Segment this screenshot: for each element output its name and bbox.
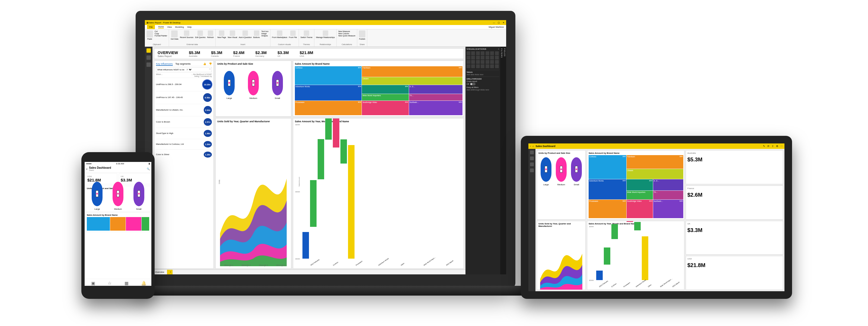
ki-row[interactable]: Color is Brown 2.57x bbox=[156, 116, 212, 128]
violin-series[interactable]: Small bbox=[271, 71, 284, 100]
violin-series[interactable]: Large bbox=[539, 157, 553, 186]
ribbon-tab-modeling[interactable]: Modeling bbox=[175, 26, 184, 28]
waterfall-visual[interactable]: Sales Amount by Year, Month and Brand Na… bbox=[293, 118, 464, 269]
viz-type-icon[interactable] bbox=[486, 60, 489, 64]
treemap-cell[interactable]: $5M bbox=[362, 85, 408, 94]
ask-question-button[interactable]: Ask A Question bbox=[239, 30, 251, 38]
nav-apps-icon[interactable]: ▦ bbox=[124, 281, 128, 284]
nav-home-icon[interactable]: ▣ bbox=[91, 281, 95, 284]
treemap-cell[interactable]: Northwin…$2M bbox=[653, 200, 683, 218]
ki-row[interactable]: UnitPrice is 197.45 - 199.45 6.58x bbox=[156, 91, 212, 104]
nav-alerts-icon[interactable]: 🔔 bbox=[141, 281, 145, 284]
viz-type-icon[interactable] bbox=[486, 51, 489, 55]
ki-value-select[interactable]: 7 bbox=[186, 68, 192, 71]
new-measure-button[interactable]: New Measure bbox=[338, 30, 350, 32]
paste-button[interactable]: Paste bbox=[147, 30, 153, 40]
search-icon[interactable]: 🔍 bbox=[147, 168, 150, 170]
viz-type-icon[interactable] bbox=[480, 56, 485, 59]
share-icon[interactable]: ⇪ bbox=[772, 145, 774, 147]
treemap-cell[interactable]: Proseware$6M bbox=[295, 101, 362, 115]
treemap-cell[interactable]: Fabrikam$8M bbox=[362, 66, 463, 77]
rail-report-icon[interactable] bbox=[147, 48, 151, 53]
recent-sources-button[interactable]: Recent Sources bbox=[180, 30, 193, 38]
ki-row[interactable]: Manufacturer is Contoso, Ltd 1.34x bbox=[156, 139, 212, 150]
kpi-uk[interactable]: $3.3MUK bbox=[278, 50, 289, 57]
manage-relationships-button[interactable]: Manage Relationships bbox=[316, 30, 335, 38]
treemap-cell[interactable]: Adventure Works$5M bbox=[589, 179, 626, 199]
treemap-cell[interactable]: Southridge Video$4M bbox=[362, 101, 408, 115]
fields-pane-collapsed[interactable]: FIELDS bbox=[503, 47, 506, 274]
stream-visual[interactable]: Units Sold by Year, Quarter and Manufact… bbox=[215, 118, 291, 269]
ki-row[interactable]: Color is Silver 1.29x bbox=[156, 150, 212, 160]
get-data-button[interactable]: Get Data bbox=[170, 30, 178, 40]
maximize-button[interactable]: ▢ bbox=[498, 22, 500, 24]
tab-treemap-card[interactable]: Sales Amount by Brand Name Contoso$9MFab… bbox=[587, 150, 684, 219]
ribbon-tab-view[interactable]: View bbox=[167, 26, 172, 28]
violin-series[interactable]: Medium bbox=[111, 182, 125, 210]
drill-placeholder[interactable]: Add drillthrough fields here bbox=[467, 89, 499, 91]
viz-type-icon[interactable] bbox=[495, 51, 499, 55]
from-marketplace-button[interactable]: From Marketplace bbox=[272, 30, 287, 38]
viz-type-icon[interactable] bbox=[480, 51, 485, 55]
kpi-australia[interactable]: $5.3MAustralia bbox=[189, 50, 200, 57]
treemap-visual[interactable]: Sales Amount by Brand Name Contoso$9MFab… bbox=[293, 61, 464, 116]
treemap-cell[interactable]: $5M bbox=[627, 179, 653, 190]
chevron-down-icon[interactable]: ˅ bbox=[209, 69, 211, 71]
viz-type-icon[interactable] bbox=[490, 51, 494, 55]
rail-icon[interactable] bbox=[530, 168, 534, 172]
viz-type-icon[interactable] bbox=[495, 64, 499, 68]
new-visual-button[interactable]: New Visual bbox=[227, 30, 237, 38]
violin-series[interactable]: Small bbox=[569, 157, 583, 186]
viz-type-icon[interactable] bbox=[471, 51, 475, 55]
violin-series[interactable]: Medium bbox=[554, 157, 568, 186]
thumbs-up-icon[interactable]: 👍 bbox=[203, 62, 206, 66]
tab-violin-card[interactable]: Units by Product and Sale Size Large Med… bbox=[537, 150, 586, 219]
tab-stream-card[interactable]: Units Sold by Year, Quarter and Manufact… bbox=[537, 221, 586, 290]
treemap-cell[interactable]: Fabrikam$8M bbox=[627, 155, 683, 169]
refresh-icon[interactable]: ⟳ bbox=[767, 145, 770, 147]
viz-type-icon[interactable] bbox=[495, 60, 499, 64]
kpi-usa[interactable]: $21.8MUSA bbox=[300, 50, 313, 57]
rail-data-icon[interactable] bbox=[147, 55, 151, 60]
ki-row[interactable]: StockType is High 1.96x bbox=[156, 128, 212, 139]
violin-visual[interactable]: Units by Product and Sale Size Large Med… bbox=[215, 61, 291, 116]
kpi-france[interactable]: $2.6MFrance bbox=[233, 50, 245, 57]
add-page-button[interactable]: + bbox=[167, 270, 173, 274]
key-influencers-visual[interactable]: Key influencers Top segments 👍 👎 What in… bbox=[154, 61, 214, 269]
ki-tab-influencers[interactable]: Key influencers bbox=[156, 62, 173, 66]
treemap-cell[interactable]: Proseware$6M bbox=[589, 200, 626, 218]
treemap-cell[interactable]: Th… bbox=[409, 94, 463, 101]
viz-type-icon[interactable] bbox=[467, 56, 470, 59]
viz-type-icon[interactable] bbox=[476, 64, 480, 68]
phone-violin-card[interactable]: Units by Product and Sale Size Large Med… bbox=[86, 186, 151, 212]
new-quick-measure-button[interactable]: New Quick Measure bbox=[338, 35, 355, 37]
publish-button[interactable]: Publish bbox=[359, 30, 365, 40]
rail-icon[interactable] bbox=[530, 162, 534, 166]
treemap-cell[interactable]: Th… bbox=[653, 191, 683, 199]
treemap-cell[interactable]: Litware bbox=[362, 77, 463, 85]
refresh-button[interactable]: Refresh bbox=[207, 30, 214, 38]
treemap-cell[interactable]: Litware bbox=[627, 169, 683, 179]
violin-series[interactable]: Large bbox=[222, 71, 236, 100]
cross-report-toggle[interactable] bbox=[470, 83, 475, 85]
viz-type-icon[interactable] bbox=[476, 51, 480, 55]
ki-row[interactable]: Manufacturer is Litware, Inc. 2.64x bbox=[156, 104, 212, 116]
switch-theme-button[interactable]: Switch Theme bbox=[301, 30, 312, 38]
kpi-canada[interactable]: $5.3MCanada bbox=[211, 50, 222, 57]
ribbon-tab-file[interactable]: File bbox=[147, 25, 155, 29]
rail-icon[interactable] bbox=[530, 151, 534, 154]
treemap-cell[interactable]: Adventure Works$5M bbox=[295, 85, 362, 101]
new-column-button[interactable]: New Column bbox=[338, 33, 349, 34]
page-tab-overview[interactable]: Overview bbox=[152, 270, 167, 274]
viz-type-icon[interactable] bbox=[490, 56, 494, 59]
tab-kpi-uk[interactable]: UK$3.3M bbox=[686, 221, 783, 255]
report-canvas[interactable]: OVERVIEW Sales Report $5.3MAustralia $5.… bbox=[152, 47, 465, 274]
thumbs-down-icon[interactable]: 👎 bbox=[209, 62, 212, 66]
ki-row[interactable]: UnitPrice is 298.5 - 299.94 10.20x bbox=[156, 78, 212, 91]
format-painter-button[interactable]: Format Painter bbox=[155, 35, 167, 37]
new-page-button[interactable]: New Page bbox=[217, 30, 226, 38]
rail-model-icon[interactable] bbox=[147, 62, 151, 67]
chevron-right-icon[interactable]: › bbox=[498, 48, 499, 50]
viz-type-icon[interactable] bbox=[471, 64, 475, 68]
viz-type-icon[interactable] bbox=[467, 64, 470, 68]
